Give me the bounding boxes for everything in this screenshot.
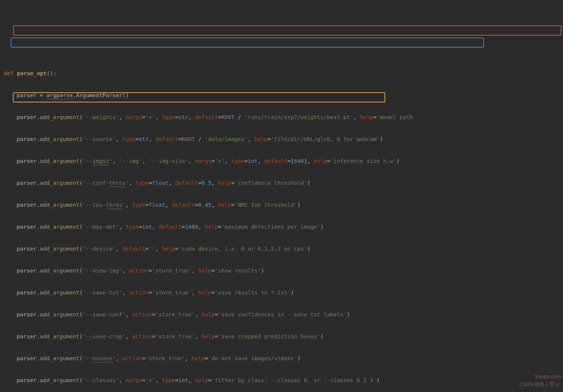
text: = (244, 158, 248, 164)
text: parser. (17, 224, 40, 230)
text: = (198, 180, 202, 186)
kwarg: help (218, 202, 231, 208)
const: ROOT (221, 114, 234, 120)
method: add_argument (40, 290, 79, 296)
text: = (268, 136, 271, 142)
text: parser. (17, 355, 40, 361)
text: = (211, 158, 215, 164)
code-line-device: parser.add_argument('--device', default=… (0, 243, 555, 254)
text: ( (79, 136, 83, 142)
kwarg: type (231, 158, 245, 164)
text: ) (396, 158, 400, 164)
method: add_argument (40, 202, 79, 208)
kwarg: nargs (126, 377, 142, 383)
kwarg: type (162, 377, 175, 383)
text: ( (79, 355, 83, 361)
text: parser = (17, 92, 47, 98)
text: ( (79, 114, 83, 120)
string: '--nosave' (83, 355, 116, 361)
text: , (122, 268, 129, 274)
text: , (155, 246, 162, 252)
text: , (126, 333, 132, 339)
text: ) (320, 333, 324, 339)
text: , (126, 311, 132, 318)
text: , (198, 224, 205, 230)
text: ) (291, 290, 294, 296)
text: parser. (17, 268, 40, 274)
number: 640 (294, 158, 304, 164)
string: '+' (146, 377, 155, 383)
text: = (142, 114, 146, 120)
text: , (119, 224, 126, 230)
method: add_argument (40, 246, 79, 252)
text: , (211, 180, 218, 186)
string: '' (149, 246, 155, 252)
string: '--imgsz' (83, 158, 113, 164)
text: , (119, 377, 126, 383)
method: add_argument (40, 333, 79, 339)
text: parser. (17, 202, 40, 208)
string: 'show results' (215, 268, 261, 274)
text: = (208, 377, 211, 383)
method: add_argument (40, 136, 79, 142)
text: , (116, 355, 122, 361)
text: , (119, 114, 126, 120)
text: ( (79, 202, 83, 208)
text: = (175, 246, 178, 252)
text: ( (79, 333, 83, 339)
text: = (139, 224, 142, 230)
method: add_argument (40, 180, 79, 186)
text: , (192, 268, 198, 274)
text: ) (297, 355, 301, 361)
string: '--classes' (83, 377, 119, 383)
code-line: parser.add_argument('--nosave', action='… (0, 353, 555, 364)
string: '--view-img' (83, 268, 123, 274)
func-name: parse_opt (17, 70, 47, 76)
text: parser. (17, 180, 40, 186)
text: = (175, 114, 178, 120)
string: 'save confidences in --save-txt labels' (218, 311, 347, 318)
number: 0.45 (198, 202, 211, 208)
string: 'cuda device, i.e. 0 or 0,1,2,3 or cpu' (178, 246, 307, 252)
text: ) (347, 311, 350, 318)
code-line: parser.add_argument('--iou-thres', type=… (0, 200, 555, 211)
number: 0.5 (202, 180, 211, 186)
text: (): (47, 70, 57, 76)
method: add_argument (40, 377, 79, 383)
string: 'maximum detections per image' (221, 224, 320, 230)
kwarg: help (198, 268, 211, 274)
builtin: float (149, 202, 165, 208)
text: = (182, 224, 185, 230)
string: '--max-det' (83, 224, 119, 230)
text: ( (79, 311, 83, 318)
kwarg: help (202, 333, 215, 339)
text: , (185, 355, 191, 361)
string: '+' (215, 158, 225, 164)
text: = (149, 268, 152, 274)
code-line: parser.add_argument('--save-conf', actio… (0, 309, 555, 320)
kwarg: nargs (195, 158, 211, 164)
builtin: str (139, 136, 149, 142)
text: ( (79, 290, 83, 296)
text: , (129, 180, 135, 186)
kwarg: default (158, 224, 181, 230)
kwarg: help (254, 136, 268, 142)
text: , (149, 136, 155, 142)
code-line: parser.add_argument('--save-txt', action… (0, 287, 555, 298)
text: , (152, 224, 158, 230)
kwarg: help (192, 355, 205, 361)
text: , (225, 158, 231, 164)
text: = (152, 311, 155, 318)
kwarg: type (135, 180, 149, 186)
method: add_argument (40, 224, 79, 230)
text: , (116, 136, 122, 142)
text: ( (79, 246, 83, 252)
kwarg: action (122, 355, 142, 361)
text: = (231, 202, 235, 208)
text: parser. (17, 311, 40, 318)
kwarg: action (132, 333, 152, 339)
text: , (155, 377, 162, 383)
code-line: parser.add_argument('--imgsz', '--img', … (0, 156, 555, 167)
number: 1000 (185, 224, 198, 230)
kwarg: help (205, 224, 218, 230)
